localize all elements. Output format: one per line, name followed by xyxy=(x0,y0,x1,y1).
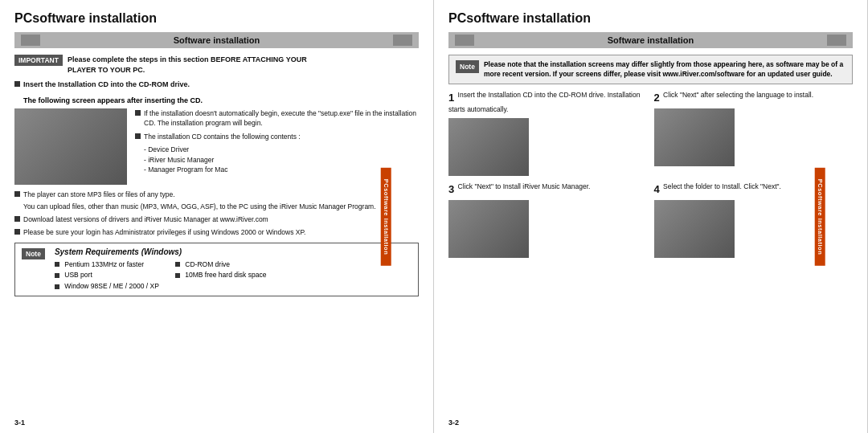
req-cdrom: CD-ROM drive xyxy=(175,259,266,271)
sys-req-col1: Pentium 133MHz or faster USB port Window… xyxy=(55,259,159,292)
contents-list: - Device Driver - iRiver Music Manager -… xyxy=(135,145,419,175)
screenshot-step2 xyxy=(654,108,735,166)
req-hdd: 10MB free hard disk space xyxy=(175,270,266,281)
sys-req-title: System Requirements (Windows) xyxy=(55,247,267,256)
page-left: PCsoftware installation Software install… xyxy=(0,0,434,433)
side-note2: The installation CD contains the followi… xyxy=(135,132,419,142)
note-label-banner: Note xyxy=(456,60,479,73)
insert-line2: The following screen appears after inser… xyxy=(14,96,419,104)
screenshot-step4 xyxy=(654,200,735,258)
step-1: 1 Insert the Installation CD into the CD… xyxy=(448,91,648,176)
page-right-title: PCsoftware installation xyxy=(448,11,853,26)
page-num-left: 3-1 xyxy=(14,419,25,427)
header-box-right xyxy=(393,35,412,46)
bullet-sq9 xyxy=(55,284,59,289)
header-box-r1 xyxy=(455,35,474,46)
bullet-sq7 xyxy=(55,262,59,267)
header-box-r2 xyxy=(827,35,846,46)
bullet-sq11 xyxy=(175,273,180,278)
side-tab-left: PCsoftware installation xyxy=(380,167,391,265)
sys-req-col2: CD-ROM drive 10MB free hard disk space xyxy=(175,259,266,292)
important-row: IMPORTANT Please complete the steps in t… xyxy=(14,55,419,75)
steps-grid: 1 Insert the Installation CD into the CD… xyxy=(448,91,853,258)
bullet4: Please be sure your login has Administra… xyxy=(14,227,419,238)
step-num-3: 3 xyxy=(448,183,454,195)
bottom-bullets: The player can store MP3 files or files … xyxy=(14,190,419,238)
step-text-1: Insert the Installation CD into the CD-R… xyxy=(448,91,640,113)
step-text-4: Select the folder to Install. Click "Nex… xyxy=(663,182,781,190)
page-right: PCsoftware installation Software install… xyxy=(434,0,868,433)
bullet1: The player can store MP3 files or files … xyxy=(14,190,419,200)
step-text-3: Click "Next" to Install iRiver Music Man… xyxy=(458,182,591,190)
main-content-area: If the installation doesn't automaticall… xyxy=(14,108,419,185)
screenshot-step1 xyxy=(448,118,529,176)
bullet-sq4 xyxy=(14,191,20,197)
bullet-sq3 xyxy=(135,133,141,139)
req-pentium: Pentium 133MHz or faster xyxy=(55,259,159,271)
page-left-title: PCsoftware installation xyxy=(14,11,419,26)
side-note1: If the installation doesn't automaticall… xyxy=(135,108,419,129)
bullet2-sub: You can upload files, other than music (… xyxy=(14,202,419,212)
req-windows: Window 98SE / ME / 2000 / XP xyxy=(55,281,159,292)
step-num-4: 4 xyxy=(654,183,660,195)
bullet-sq10 xyxy=(175,262,180,267)
step-3: 3 Click "Next" to Install iRiver Music M… xyxy=(448,182,648,258)
section-header-title-left: Software installation xyxy=(40,35,393,45)
bullet-sq2 xyxy=(135,110,141,116)
bullet-sq5 xyxy=(14,216,20,222)
step-num-2: 2 xyxy=(654,92,660,104)
insert-line1: Insert the Installation CD into the CD-R… xyxy=(14,80,419,94)
step-2: 2 Click "Next" after selecting the langu… xyxy=(654,91,854,176)
sys-req-cols: Pentium 133MHz or faster USB port Window… xyxy=(55,259,267,292)
step-text-2: Click "Next" after selecting the languag… xyxy=(663,91,813,99)
important-label: IMPORTANT xyxy=(14,55,63,66)
req-usb: USB port xyxy=(55,270,159,281)
header-box-left xyxy=(21,35,40,46)
section-header-right: Software installation xyxy=(448,32,853,48)
note-banner-text: Please note that the installation screen… xyxy=(484,59,845,80)
sys-req-content: System Requirements (Windows) Pentium 13… xyxy=(55,247,267,292)
side-notes: If the installation doesn't automaticall… xyxy=(135,108,419,185)
system-req-note: Note System Requirements (Windows) Penti… xyxy=(14,243,419,297)
bullet3: Download latest versions of drivers and … xyxy=(14,214,419,225)
screenshot-main xyxy=(14,108,127,185)
screenshot-step3 xyxy=(448,200,529,258)
bullet-sq1 xyxy=(14,81,20,87)
section-header-title-right: Software installation xyxy=(474,35,827,45)
step-num-1: 1 xyxy=(448,92,454,104)
note-banner: Note Please note that the installation s… xyxy=(448,55,853,84)
note-label-sys: Note xyxy=(22,248,45,259)
page-num-right: 3-2 xyxy=(448,419,459,427)
important-text: Please complete the steps in this sectio… xyxy=(68,55,307,75)
section-header-left: Software installation xyxy=(14,32,419,48)
side-tab-right: PCsoftware installation xyxy=(814,167,825,265)
bullet-sq8 xyxy=(55,273,59,278)
bullet-sq6 xyxy=(14,229,20,235)
